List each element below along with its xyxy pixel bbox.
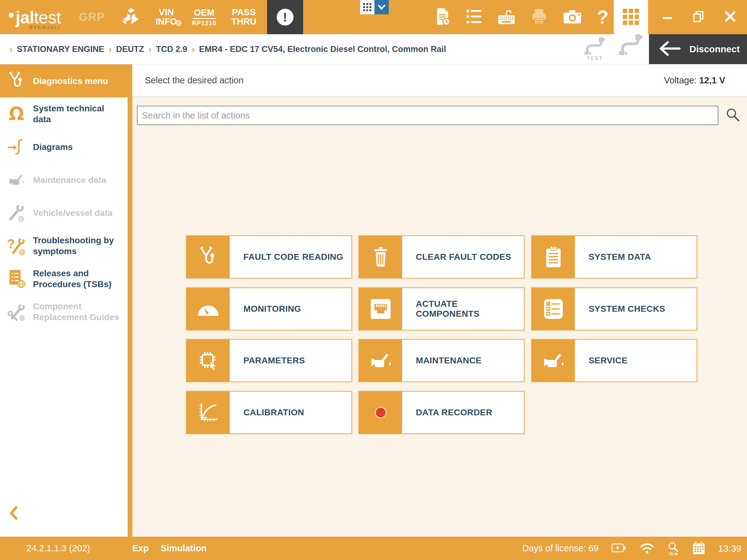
sidebar-item-system-technical-data[interactable]: Ω System technical data bbox=[0, 97, 128, 130]
page-title: Select the desired action bbox=[145, 75, 244, 85]
document-globe-icon bbox=[0, 269, 33, 289]
svg-text:?: ? bbox=[7, 236, 15, 251]
sidebar-content-divider bbox=[128, 64, 132, 537]
apps-grid-icon bbox=[622, 8, 640, 27]
drag-grid-icon bbox=[360, 0, 375, 14]
oil-can-icon bbox=[0, 172, 33, 188]
simulation-mode-label: Simulation bbox=[161, 543, 207, 554]
back-arrow-icon bbox=[658, 41, 681, 58]
sidebar-item-vehicle-vessel-data: Vehicle/vessel data bbox=[0, 196, 128, 229]
gauge-icon bbox=[187, 288, 230, 330]
exp-label: Exp bbox=[132, 543, 149, 554]
search-icon[interactable] bbox=[725, 107, 740, 124]
breadcrumb-item-vehicle-type[interactable]: STATIONARY ENGINE bbox=[17, 45, 104, 54]
alert-icon: ! bbox=[277, 9, 293, 26]
sidebar-item-troubleshooting-by-symptoms[interactable]: ? Troubleshooting by symptoms bbox=[0, 229, 128, 262]
oil-can-icon bbox=[532, 340, 575, 381]
action-tile-fault-code-reading[interactable]: FAULT CODE READING bbox=[186, 236, 352, 278]
pass-thru-button[interactable]: PASS THRU bbox=[231, 8, 256, 26]
trash-icon bbox=[359, 236, 402, 278]
action-tile-calibration[interactable]: CALIBRATION bbox=[186, 391, 352, 434]
sidebar-item-diagnostics-menu[interactable]: Diagnostics menu bbox=[0, 64, 128, 97]
breadcrumb: › STATIONARY ENGINE › DEUTZ › TCD 2.9 › … bbox=[9, 44, 446, 54]
breadcrumb-item-system[interactable]: EMR4 - EDC 17 CV54, Electronic Diesel Co… bbox=[199, 45, 446, 54]
stethoscope-icon bbox=[187, 236, 230, 278]
action-tile-system-checks[interactable]: SYSTEM CHECKS bbox=[531, 288, 697, 330]
action-tile-parameters[interactable]: PARAMETERS bbox=[186, 339, 352, 382]
breadcrumb-item-make[interactable]: DEUTZ bbox=[116, 45, 144, 54]
logo-byline: BYCOJALI bbox=[29, 25, 60, 30]
collapse-sidebar-button[interactable] bbox=[8, 506, 19, 522]
cubes-icon[interactable] bbox=[121, 7, 141, 27]
sidebar: Diagnostics menu Ω System technical data… bbox=[0, 64, 128, 537]
zoom-level-indicator: 75 % bbox=[667, 542, 679, 555]
action-tile-data-recorder[interactable]: DATA RECORDER bbox=[359, 391, 524, 434]
restore-window-button[interactable] bbox=[693, 10, 704, 24]
test-connection-button[interactable]: TEST bbox=[583, 37, 606, 61]
logo-dot-icon bbox=[9, 13, 14, 18]
disconnect-label: Disconnect bbox=[689, 44, 740, 54]
chevron-left-icon bbox=[8, 506, 19, 521]
wifi-icon bbox=[639, 541, 655, 556]
record-icon bbox=[359, 392, 402, 433]
connector-port-icon bbox=[359, 288, 402, 330]
help-button[interactable]: ? bbox=[597, 7, 609, 27]
breadcrumb-separator-icon: › bbox=[149, 44, 152, 54]
keyboard-icon[interactable] bbox=[497, 7, 516, 27]
diagram-icon bbox=[0, 137, 33, 156]
breadcrumb-item-model[interactable]: TCD 2.9 bbox=[156, 45, 187, 54]
stethoscope-icon bbox=[0, 71, 33, 91]
action-tile-system-data[interactable]: SYSTEM DATA bbox=[531, 236, 697, 278]
printer-icon[interactable] bbox=[530, 7, 548, 27]
question-wrench-icon: ? bbox=[0, 236, 33, 256]
oem-underline bbox=[193, 18, 216, 19]
action-tile-maintenance[interactable]: MAINTENANCE bbox=[359, 339, 524, 382]
omega-icon: Ω bbox=[0, 105, 33, 123]
oil-can-icon bbox=[359, 340, 402, 381]
status-bar: 24.2.1.1.3 (202) Exp Simulation Days of … bbox=[0, 537, 747, 560]
sidebar-item-maintenance-data: Maintenance data bbox=[0, 163, 128, 196]
vin-info-button[interactable]: VIN INFO bbox=[156, 8, 177, 26]
apps-menu-active-tab[interactable] bbox=[614, 0, 648, 64]
action-tile-clear-fault-codes[interactable]: CLEAR FAULT CODES bbox=[359, 236, 524, 278]
breadcrumb-separator-icon: › bbox=[109, 44, 112, 54]
camera-icon[interactable] bbox=[562, 8, 582, 26]
grp-label: GRP bbox=[79, 10, 105, 24]
clock-label: 13:39 bbox=[718, 543, 741, 554]
oem-rp1210-button[interactable]: OEM RP1210 bbox=[192, 8, 216, 26]
action-tile-monitoring[interactable]: MONITORING bbox=[186, 288, 352, 330]
notices-tab[interactable]: ! bbox=[267, 0, 303, 34]
close-button[interactable] bbox=[724, 10, 736, 24]
logo-text-test: test bbox=[34, 7, 61, 27]
content-header: Select the desired action Voltage: 12,1 … bbox=[132, 64, 747, 97]
wrenches-icon bbox=[0, 302, 33, 322]
connection-cable-icon bbox=[618, 34, 643, 57]
version-label: 24.2.1.1.3 (202) bbox=[26, 543, 90, 554]
battery-icon bbox=[610, 542, 627, 555]
voltage-readout: Voltage: 12,1 V bbox=[664, 75, 725, 85]
breadcrumb-separator-icon: › bbox=[192, 44, 195, 54]
sidebar-item-diagrams[interactable]: Diagrams bbox=[0, 130, 128, 163]
wrench-globe-icon bbox=[0, 203, 33, 222]
chip-cursor-icon bbox=[187, 340, 230, 381]
logo-text-jal: jal bbox=[16, 7, 34, 27]
action-tile-actuate-components[interactable]: ACTUATE COMPONENTS bbox=[359, 288, 524, 330]
list-icon[interactable] bbox=[465, 8, 483, 26]
checklist-icon bbox=[532, 288, 575, 330]
zoom-level-label: 75 % bbox=[667, 553, 679, 555]
sidebar-item-releases-procedures[interactable]: Releases and Procedures (TSBs) bbox=[0, 262, 128, 295]
window-layout-dropdown[interactable] bbox=[360, 0, 389, 14]
calibration-curve-icon bbox=[187, 392, 230, 433]
jaltest-logo: jaltest BYCOJALI bbox=[9, 7, 61, 27]
globe-icon bbox=[175, 20, 182, 27]
calendar-icon bbox=[691, 540, 706, 557]
action-tile-service[interactable]: SERVICE bbox=[531, 339, 697, 382]
clipboard-icon bbox=[532, 236, 575, 278]
main-content: Select the desired action Voltage: 12,1 … bbox=[132, 64, 747, 537]
disconnect-button[interactable]: Disconnect bbox=[649, 34, 747, 64]
search-input[interactable] bbox=[137, 106, 718, 125]
report-icon[interactable] bbox=[434, 7, 451, 27]
sidebar-item-component-replacement-guides: Component Replacement Guides bbox=[0, 295, 128, 328]
minimize-button[interactable] bbox=[662, 10, 673, 24]
license-days-label: Days of license: 69 bbox=[522, 543, 598, 554]
